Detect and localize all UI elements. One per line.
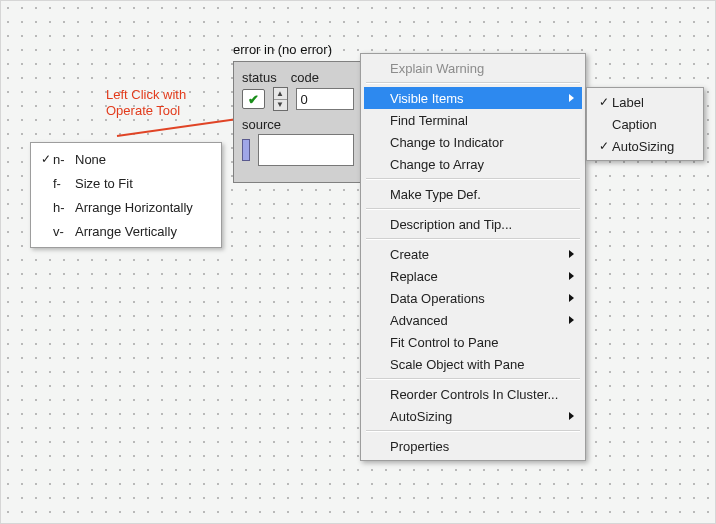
menu-item-label: Make Type Def. [390, 187, 481, 202]
autosize-option[interactable]: v-Arrange Vertically [31, 219, 221, 243]
autosize-option[interactable]: f-Size to Fit [31, 171, 221, 195]
menu-item-label: Fit Control to Pane [390, 335, 498, 350]
source-text[interactable] [258, 134, 354, 166]
menu-item[interactable]: Change to Array [364, 153, 582, 175]
menu-separator [366, 238, 580, 240]
submenu-arrow-icon [569, 250, 574, 258]
cluster-caption: error in (no error) [233, 42, 332, 57]
menu-item[interactable]: Properties [364, 435, 582, 457]
submenu-arrow-icon [569, 294, 574, 302]
menu-item-label: Description and Tip... [390, 217, 512, 232]
menu-separator [366, 378, 580, 380]
menu-item[interactable]: Data Operations [364, 287, 582, 309]
menu-item-label: Change to Indicator [390, 135, 503, 150]
check-icon: ✓ [596, 95, 612, 109]
menu-item-label: Find Terminal [390, 113, 468, 128]
check-icon: ✓ [39, 152, 53, 166]
menu-item[interactable]: Find Terminal [364, 109, 582, 131]
menu-item[interactable]: Description and Tip... [364, 213, 582, 235]
menu-item[interactable]: Scale Object with Pane [364, 353, 582, 375]
spin-up-icon[interactable]: ▲ [274, 88, 287, 100]
autosize-option[interactable]: h-Arrange Horizontally [31, 195, 221, 219]
callout-arrow [117, 119, 234, 137]
status-led[interactable]: ✔ [242, 89, 265, 109]
autosize-option[interactable]: ✓n-None [31, 147, 221, 171]
menu-item-label: Properties [390, 439, 449, 454]
menu-item-label: Change to Array [390, 157, 484, 172]
front-panel: Left Click with Operate Tool error in (n… [0, 0, 716, 524]
submenu-arrow-icon [569, 412, 574, 420]
submenu-item[interactable]: Caption [590, 113, 700, 135]
menu-separator [366, 82, 580, 84]
source-label: source [242, 117, 281, 132]
option-label: Arrange Horizontally [75, 200, 193, 215]
submenu-arrow-icon [569, 94, 574, 102]
menu-item[interactable]: Change to Indicator [364, 131, 582, 153]
menu-item-label: Advanced [390, 313, 448, 328]
option-label: Size to Fit [75, 176, 133, 191]
submenu-item-label: Caption [612, 117, 657, 132]
submenu-item[interactable]: ✓Label [590, 91, 700, 113]
submenu-item-label: AutoSizing [612, 139, 674, 154]
spin-down-icon[interactable]: ▼ [274, 100, 287, 111]
menu-item[interactable]: Replace [364, 265, 582, 287]
autosize-popup[interactable]: ✓n-Nonef-Size to Fith-Arrange Horizontal… [30, 142, 222, 248]
error-in-cluster[interactable]: status code ✔ ▲ ▼ 0 source [233, 61, 363, 183]
menu-item[interactable]: Create [364, 243, 582, 265]
menu-item[interactable]: Fit Control to Pane [364, 331, 582, 353]
menu-separator [366, 178, 580, 180]
menu-item[interactable]: Make Type Def. [364, 183, 582, 205]
shortcut-key: f- [53, 176, 75, 191]
status-label: status [242, 70, 277, 85]
submenu-arrow-icon [569, 316, 574, 324]
menu-item-label: Scale Object with Pane [390, 357, 524, 372]
shortcut-key: v- [53, 224, 75, 239]
menu-item[interactable]: AutoSizing [364, 405, 582, 427]
visible-items-submenu[interactable]: ✓LabelCaption✓AutoSizing [586, 87, 704, 161]
menu-item[interactable]: Advanced [364, 309, 582, 331]
menu-item-label: Reorder Controls In Cluster... [390, 387, 558, 402]
menu-item: Explain Warning [364, 57, 582, 79]
code-value[interactable]: 0 [296, 88, 354, 110]
option-label: None [75, 152, 106, 167]
menu-item-label: Visible Items [390, 91, 463, 106]
check-icon: ✓ [596, 139, 612, 153]
shortcut-key: h- [53, 200, 75, 215]
code-spinner[interactable]: ▲ ▼ [273, 87, 288, 111]
code-label: code [291, 70, 319, 85]
source-scroll-handle[interactable] [242, 139, 250, 161]
menu-item-label: Explain Warning [390, 61, 484, 76]
submenu-arrow-icon [569, 272, 574, 280]
menu-item-label: Replace [390, 269, 438, 284]
context-menu[interactable]: Explain WarningVisible ItemsFind Termina… [360, 53, 586, 461]
menu-separator [366, 208, 580, 210]
menu-separator [366, 430, 580, 432]
submenu-item-label: Label [612, 95, 644, 110]
menu-item-label: Data Operations [390, 291, 485, 306]
menu-item-label: AutoSizing [390, 409, 452, 424]
submenu-item[interactable]: ✓AutoSizing [590, 135, 700, 157]
callout-text: Left Click with Operate Tool [106, 87, 186, 120]
menu-item-label: Create [390, 247, 429, 262]
shortcut-key: n- [53, 152, 75, 167]
option-label: Arrange Vertically [75, 224, 177, 239]
menu-item[interactable]: Reorder Controls In Cluster... [364, 383, 582, 405]
menu-item[interactable]: Visible Items [364, 87, 582, 109]
